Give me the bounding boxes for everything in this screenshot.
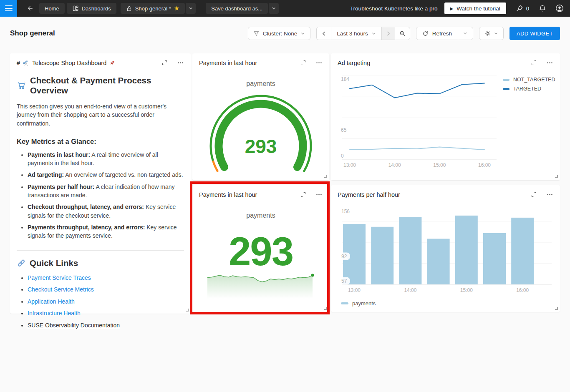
svg-text:16:00: 16:00 (516, 287, 529, 293)
nav-tab-home[interactable]: Home (39, 3, 65, 14)
nav-tab-shop-general-label: Shop general * (135, 5, 171, 12)
pinned-items-button[interactable] (515, 4, 524, 13)
hamburger-menu-button[interactable] (0, 0, 17, 17)
refresh-button[interactable]: Refresh (416, 27, 458, 40)
svg-text:15:00: 15:00 (460, 287, 473, 293)
svg-text:14:00: 14:00 (404, 287, 416, 293)
chevron-down-icon (271, 6, 276, 11)
refresh-dropdown-button[interactable] (458, 27, 473, 40)
chart-legend: NOT_TARGETED TARGETED (503, 77, 555, 92)
chevron-down-icon (494, 31, 498, 36)
list-item: Payments per half hour: A clear indicati… (28, 183, 184, 200)
refresh-icon (422, 30, 429, 37)
back-button[interactable] (23, 0, 37, 17)
widget-resize-handle[interactable] (555, 175, 558, 178)
cluster-filter-label: Cluster: None (263, 30, 298, 37)
navbar-right-group: Troubleshoot Kubernetes like a pro ▶ Wat… (350, 3, 570, 14)
chevron-down-icon (188, 6, 193, 11)
link-payment-service-traces[interactable]: Payment Service Traces (28, 274, 91, 281)
chevron-down-icon (300, 31, 305, 36)
quick-links-heading: Quick Links (17, 258, 184, 268)
chevron-down-icon (463, 31, 468, 36)
promo-text: Troubleshoot Kubernetes like a pro (350, 5, 438, 12)
gear-icon (484, 30, 491, 37)
widget-resize-handle[interactable] (324, 307, 327, 310)
link-checkout-service-metrics[interactable]: Checkout Service Metrics (28, 286, 94, 293)
shopping-cart-emoji-icon (17, 80, 26, 90)
dashboard-settings-button[interactable] (479, 27, 504, 40)
filter-funnel-icon (253, 30, 260, 37)
ad-targeting-line-chart[interactable]: 18465013:0014:0015:0016:00 (331, 53, 560, 180)
notifications-button[interactable] (538, 4, 547, 13)
svg-text:16:00: 16:00 (478, 162, 491, 168)
widget-resize-handle[interactable] (186, 309, 189, 312)
avatar-icon (555, 4, 564, 13)
time-forward-button[interactable] (381, 27, 395, 40)
svg-text:92: 92 (341, 254, 347, 259)
expand-icon (300, 191, 306, 198)
payments-bar-chart[interactable]: 156925713:0014:0015:0016:00 (331, 185, 560, 312)
legend-item-targeted[interactable]: TARGETED (503, 86, 555, 92)
nav-tab-shop-general[interactable]: Shop general * ★ (121, 3, 185, 14)
widget-menu-button[interactable] (315, 191, 323, 198)
zoom-out-time-button[interactable] (395, 27, 410, 40)
list-item: Payments throughput, latency, and errors… (28, 223, 184, 240)
chevron-down-icon (371, 31, 376, 36)
kebab-menu-icon (177, 59, 184, 66)
legend-item-payments[interactable]: payments (341, 300, 376, 307)
legend-swatch (503, 79, 509, 81)
widget-ad-targeting: Ad targeting 18465013:0014:0015:0016:00 … (331, 53, 560, 180)
time-range-dropdown[interactable]: Last 3 hours (331, 27, 381, 40)
save-dashboard-as-button[interactable]: Save dashboard as... (206, 3, 268, 14)
chevron-left-icon (321, 31, 327, 36)
svg-text:13:00: 13:00 (348, 287, 361, 293)
divider (17, 250, 184, 251)
widget-resize-handle[interactable] (555, 307, 558, 310)
play-icon: ▶ (450, 6, 454, 11)
expand-widget-button[interactable] (161, 60, 168, 66)
widget-resize-handle[interactable] (324, 175, 327, 178)
app-root: Home Dashboards Shop general * ★ Save da… (0, 0, 570, 392)
cluster-filter-button[interactable]: Cluster: None (248, 27, 311, 40)
list-item: Ad targeting: An overview of targeted vs… (28, 171, 184, 179)
svg-text:156: 156 (341, 209, 350, 214)
user-avatar-button[interactable] (555, 4, 564, 13)
svg-text:15:00: 15:00 (433, 162, 446, 168)
list-item: Checkout Service Metrics (28, 286, 184, 294)
widget-markdown: # Telescope Shop Dashboard Checkout & Pa… (10, 53, 191, 314)
pinned-count: 0 (526, 5, 529, 12)
list-item: Checkout throughput, latency, and errors… (28, 203, 184, 220)
legend-item-not-targeted[interactable]: NOT_TARGETED (503, 77, 555, 83)
svg-text:13:00: 13:00 (343, 162, 356, 168)
number-series-label: payments (192, 212, 329, 219)
widget-title: Payments in last hour (199, 191, 257, 198)
nav-tab-dashboards[interactable]: Dashboards (67, 3, 116, 14)
pin-icon (515, 4, 524, 13)
time-range-control: Last 3 hours (316, 27, 410, 40)
markdown-content: Checkout & Payment Process Overview This… (10, 66, 191, 340)
time-range-label: Last 3 hours (337, 30, 368, 37)
favorite-star-icon[interactable]: ★ (174, 5, 179, 12)
shop-tab-dropdown-button[interactable] (186, 3, 196, 14)
expand-widget-button[interactable] (300, 191, 306, 198)
markdown-heading: Checkout & Payment Process Overview (17, 75, 184, 95)
list-item: Payments in last hour: A real-time overv… (28, 151, 184, 168)
chart-legend: payments (341, 300, 376, 307)
svg-text:65: 65 (341, 127, 347, 133)
time-back-button[interactable] (317, 27, 331, 40)
telescope-emoji-icon (23, 59, 30, 66)
bell-icon (538, 4, 547, 13)
save-dashboard-dropdown-button[interactable] (269, 3, 279, 14)
metrics-list: Payments in last hour: A real-time overv… (17, 151, 184, 240)
link-infrastructure-health[interactable]: Infrastructure Health (28, 310, 81, 317)
widget-menu-button[interactable] (177, 59, 184, 66)
add-widget-button[interactable]: ADD WIDGET (509, 27, 560, 40)
chevron-right-icon (386, 31, 391, 36)
watch-tutorial-label: Watch the tutorial (457, 5, 500, 12)
page-title: Shop general (10, 29, 55, 38)
watch-tutorial-button[interactable]: ▶ Watch the tutorial (444, 3, 506, 14)
link-suse-observability-documentation[interactable]: SUSE Observability Documentation (28, 322, 120, 329)
markdown-title-text: Telescope Shop Dashboard (32, 60, 106, 66)
svg-text:184: 184 (341, 76, 349, 82)
link-application-health[interactable]: Application Health (28, 298, 75, 305)
